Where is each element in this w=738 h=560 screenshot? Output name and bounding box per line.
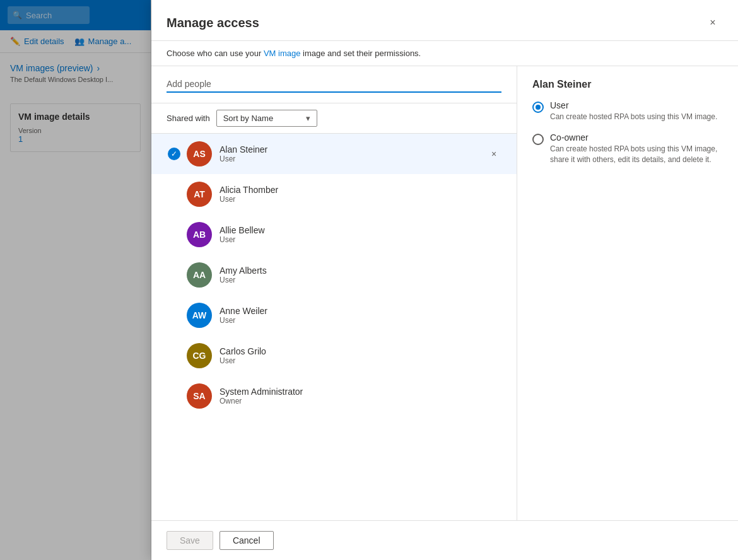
avatar: AB (187, 222, 212, 247)
person-info: Amy AlbertsUser (220, 265, 486, 284)
person-name: System Administrator (220, 387, 486, 397)
avatar: AS (187, 141, 212, 166)
person-info: Allie BellewUser (220, 225, 486, 244)
permissions-list: UserCan create hosted RPA bots using thi… (532, 100, 723, 165)
check-area: ✓ (167, 148, 182, 160)
dialog-subtitle: Choose who can use your VM image image a… (151, 41, 738, 66)
permission-name: Co-owner (550, 132, 723, 143)
avatar: AT (187, 182, 212, 207)
check-mark-icon: ✓ (168, 148, 180, 160)
avatar: AW (187, 303, 212, 328)
person-role: User (220, 235, 486, 244)
person-name: Alan Steiner (220, 144, 486, 155)
person-role: User (220, 155, 486, 163)
person-name: Alicia Thomber (220, 185, 486, 195)
avatar: CG (187, 343, 212, 368)
person-role: User (220, 195, 486, 204)
person-info: System AdministratorOwner (220, 387, 486, 405)
permission-option[interactable]: Co-ownerCan create hosted RPA bots using… (532, 132, 723, 165)
subtitle-link[interactable]: VM image (264, 49, 301, 58)
permission-option[interactable]: UserCan create hosted RPA bots using thi… (532, 100, 723, 122)
shared-with-label: Shared with (167, 114, 210, 123)
person-item[interactable]: AAAmy AlbertsUser× (151, 255, 517, 295)
remove-person-button[interactable]: × (486, 146, 501, 161)
add-people-section (151, 66, 517, 103)
cancel-button[interactable]: Cancel (220, 531, 274, 550)
avatar: SA (187, 383, 212, 409)
add-people-input[interactable] (167, 76, 501, 93)
person-name: Anne Weiler (220, 306, 486, 316)
sort-label: Sort by Name (223, 114, 273, 123)
permission-description: Can create hosted RPA bots using this VM… (550, 112, 717, 122)
selected-user-name: Alan Steiner (532, 79, 723, 90)
manage-access-dialog: Manage access × Choose who can use your … (151, 0, 738, 560)
radio-button[interactable] (532, 134, 544, 145)
permission-text: Co-ownerCan create hosted RPA bots using… (550, 132, 723, 165)
person-role: User (220, 356, 486, 365)
person-item[interactable]: ATAlicia ThomberUser× (151, 174, 517, 214)
person-role: Owner (220, 397, 486, 405)
person-name: Allie Bellew (220, 225, 486, 235)
person-name: Amy Alberts (220, 265, 486, 276)
dialog-header: Manage access × (151, 0, 738, 41)
person-name: Carlos Grilo (220, 346, 486, 356)
person-item[interactable]: ✓ASAlan SteinerUser× (151, 134, 517, 174)
permission-name: User (550, 100, 717, 110)
permission-description: Can create hosted RPA bots using this VM… (550, 144, 723, 165)
person-info: Carlos GriloUser (220, 346, 486, 365)
modal-overlay: Manage access × Choose who can use your … (0, 0, 738, 560)
right-panel: Alan Steiner UserCan create hosted RPA b… (517, 66, 738, 520)
person-info: Alicia ThomberUser (220, 185, 486, 204)
person-info: Anne WeilerUser (220, 306, 486, 325)
dialog-body: Shared with Sort by Name ▾ ✓ASAlan Stein… (151, 66, 738, 520)
chevron-down-icon: ▾ (306, 114, 310, 123)
close-button[interactable]: × (703, 13, 723, 33)
avatar: AA (187, 262, 212, 288)
person-role: User (220, 276, 486, 284)
dialog-footer: Save Cancel (151, 520, 738, 560)
person-role: User (220, 316, 486, 325)
person-item[interactable]: ABAllie BellewUser× (151, 214, 517, 255)
radio-button[interactable] (532, 102, 544, 113)
shared-with-row: Shared with Sort by Name ▾ (151, 103, 517, 134)
permission-text: UserCan create hosted RPA bots using thi… (550, 100, 717, 122)
left-panel: Shared with Sort by Name ▾ ✓ASAlan Stein… (151, 66, 517, 520)
dialog-title: Manage access (167, 16, 259, 30)
person-item[interactable]: SASystem AdministratorOwner× (151, 376, 517, 416)
person-item[interactable]: AWAnne WeilerUser× (151, 295, 517, 335)
people-list: ✓ASAlan SteinerUser×ATAlicia ThomberUser… (151, 134, 517, 520)
sort-dropdown[interactable]: Sort by Name ▾ (216, 110, 317, 127)
save-button[interactable]: Save (167, 531, 213, 550)
person-item[interactable]: CGCarlos GriloUser× (151, 335, 517, 376)
person-info: Alan SteinerUser (220, 144, 486, 163)
